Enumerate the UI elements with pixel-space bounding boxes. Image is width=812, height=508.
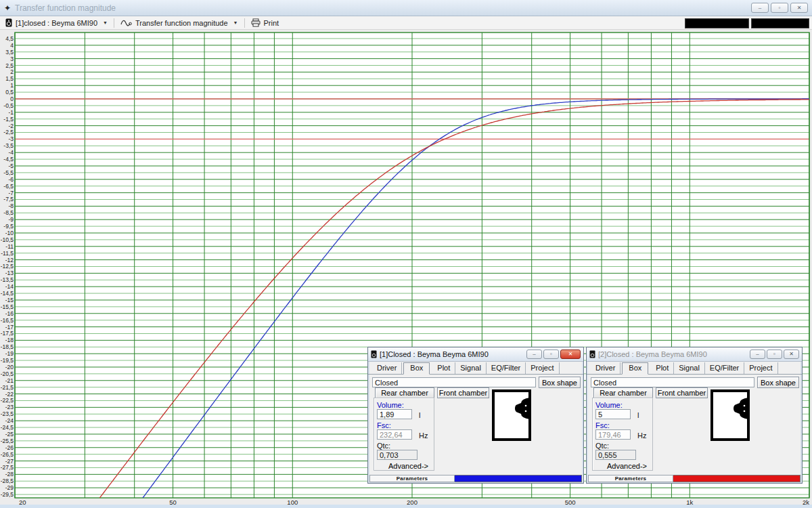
svg-text:-26,5: -26,5 <box>1 451 14 458</box>
parameters-color-bar <box>455 475 582 482</box>
svg-text:1,5: 1,5 <box>5 75 14 82</box>
dialog1-tabs: Driver Box Plot Signal EQ/Filter Project <box>368 362 583 375</box>
maximize-button[interactable]: ▫ <box>771 3 788 13</box>
tab-project[interactable]: Project <box>744 362 777 374</box>
svg-text:-25,5: -25,5 <box>1 438 14 444</box>
tab-signal[interactable]: Signal <box>455 362 487 374</box>
rear-chamber-button[interactable]: Rear chamber <box>593 387 653 398</box>
legend-swatch-1[interactable] <box>685 18 749 28</box>
svg-text:0,5: 0,5 <box>5 89 14 96</box>
front-chamber-button[interactable]: Front chamber <box>656 387 708 398</box>
fsc-input[interactable] <box>595 429 631 440</box>
svg-text:-25: -25 <box>5 431 14 438</box>
box-shape-button[interactable]: Box shape <box>757 377 799 388</box>
fsc-label: Fsc: <box>377 421 391 429</box>
volume-label: Volume: <box>595 401 623 409</box>
svg-text:-16,5: -16,5 <box>1 317 14 324</box>
qtc-input[interactable] <box>377 450 418 460</box>
svg-text:-8: -8 <box>8 203 14 209</box>
dialog2-titlebar[interactable]: [2]Closed : Beyma Beyma 6MI90 – ▫ ✕ <box>587 347 802 362</box>
minimize-button[interactable]: – <box>751 3 769 13</box>
svg-text:-23,5: -23,5 <box>1 410 14 417</box>
fsc-label: Fsc: <box>595 421 610 429</box>
dialog-box-2: [2]Closed : Beyma Beyma 6MI90 – ▫ ✕ Driv… <box>586 347 803 484</box>
svg-text:0: 0 <box>10 96 14 102</box>
toolbar: [1]closed : Beyma 6MI90 ▼ Transfer funct… <box>0 16 812 30</box>
advanced-button[interactable]: Advanced-> <box>388 462 428 470</box>
project-selector[interactable]: [1]closed : Beyma 6MI90 ▼ <box>3 17 110 29</box>
volume-unit: l <box>419 411 420 419</box>
tab-box[interactable]: Box <box>622 362 648 375</box>
svg-text:-27: -27 <box>5 458 14 465</box>
plot-type-selector[interactable]: Transfer function magnitude ▼ <box>118 17 241 29</box>
svg-text:-28,5: -28,5 <box>1 478 14 484</box>
application-window: { "window": { "title": "Transfer functio… <box>0 0 812 508</box>
svg-text:-9,5: -9,5 <box>3 223 14 230</box>
front-chamber-button[interactable]: Front chamber <box>437 387 489 398</box>
svg-text:-5: -5 <box>8 163 14 169</box>
maximize-button[interactable]: ▫ <box>543 350 559 359</box>
svg-text:-3: -3 <box>8 135 14 142</box>
box-type-field[interactable] <box>372 377 536 387</box>
box-type-field[interactable] <box>591 377 754 387</box>
project-selector-label: [1]closed : Beyma 6MI90 <box>16 19 97 27</box>
svg-text:-20,5: -20,5 <box>1 371 14 377</box>
tab-driver[interactable]: Driver <box>372 362 402 374</box>
svg-text:-21: -21 <box>5 377 14 384</box>
minimize-button[interactable]: – <box>526 350 542 359</box>
window-titlebar: ✦ Transfer function magnitude – ▫ ✕ <box>0 0 812 16</box>
legend-swatch-2[interactable] <box>751 18 809 28</box>
close-button[interactable]: ✕ <box>560 350 581 359</box>
minimize-button[interactable]: – <box>750 350 765 359</box>
maximize-button[interactable]: ▫ <box>767 350 782 359</box>
svg-text:-1: -1 <box>8 109 14 116</box>
svg-text:-29,5: -29,5 <box>1 491 14 498</box>
svg-text:-14: -14 <box>5 283 14 290</box>
volume-input[interactable] <box>377 409 412 419</box>
tab-driver[interactable]: Driver <box>591 362 621 374</box>
svg-text:-15: -15 <box>5 297 14 303</box>
svg-text:-6,5: -6,5 <box>3 183 14 190</box>
tab-plot[interactable]: Plot <box>651 362 674 374</box>
qtc-label: Qtc: <box>377 442 390 450</box>
waveform-icon <box>120 18 132 27</box>
advanced-button[interactable]: Advanced-> <box>607 462 647 470</box>
svg-text:-16: -16 <box>5 310 14 317</box>
svg-text:-19,5: -19,5 <box>1 357 14 364</box>
svg-text:-22,5: -22,5 <box>1 397 14 404</box>
svg-text:-9: -9 <box>8 216 14 223</box>
svg-text:-14,5: -14,5 <box>1 290 14 297</box>
svg-text:3,5: 3,5 <box>5 49 14 56</box>
close-button[interactable]: ✕ <box>790 3 808 13</box>
rear-chamber-button[interactable]: Rear chamber <box>375 387 434 398</box>
volume-input[interactable] <box>595 409 631 419</box>
tab-eq-filter[interactable]: EQ/Filter <box>705 362 744 374</box>
fsc-input[interactable] <box>377 429 412 440</box>
chevron-down-icon: ▼ <box>233 20 238 25</box>
chevron-down-icon: ▼ <box>103 20 108 25</box>
dialog1-titlebar[interactable]: [1]Closed : Beyma Beyma 6MI90 – ▫ ✕ <box>368 347 583 362</box>
dialog-icon <box>371 350 377 358</box>
fsc-unit: Hz <box>419 431 428 440</box>
close-button[interactable]: ✕ <box>784 350 799 359</box>
svg-text:-3,5: -3,5 <box>3 142 14 149</box>
volume-label: Volume: <box>377 401 404 409</box>
tab-plot[interactable]: Plot <box>432 362 455 374</box>
tab-project[interactable]: Project <box>526 362 559 374</box>
svg-text:3: 3 <box>10 56 14 62</box>
svg-text:-13: -13 <box>5 270 14 276</box>
svg-text:-4: -4 <box>8 149 14 156</box>
tab-signal[interactable]: Signal <box>674 362 705 374</box>
box-shape-button[interactable]: Box shape <box>539 377 581 388</box>
tab-box[interactable]: Box <box>403 362 430 375</box>
svg-text:-10: -10 <box>5 230 14 236</box>
dialog1-statusbar: Parameters <box>369 475 582 482</box>
svg-text:4,5: 4,5 <box>5 35 14 42</box>
window-bottom-edge <box>0 505 812 508</box>
svg-text:-0,5: -0,5 <box>3 102 14 109</box>
svg-text:2: 2 <box>10 68 14 75</box>
print-button[interactable]: Print <box>248 17 282 29</box>
svg-text:-15,5: -15,5 <box>1 303 14 310</box>
tab-eq-filter[interactable]: EQ/Filter <box>487 362 526 374</box>
qtc-input[interactable] <box>595 450 636 460</box>
